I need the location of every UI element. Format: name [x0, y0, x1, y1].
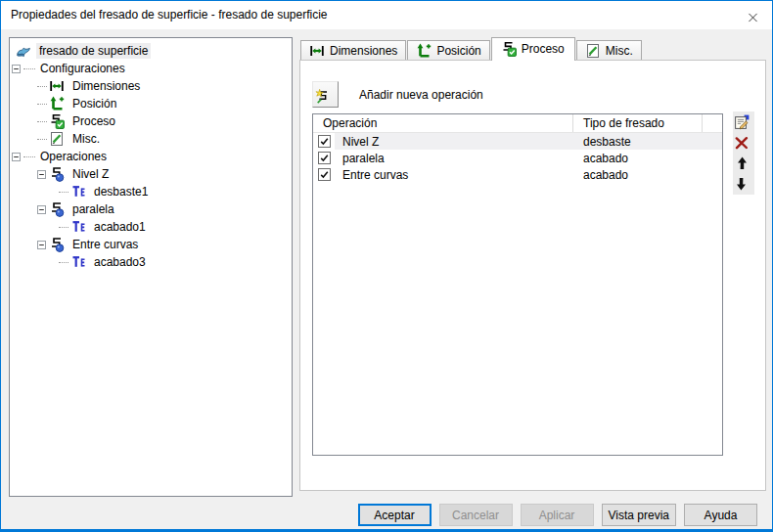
operation-name: paralela	[342, 152, 385, 165]
operation-row[interactable]: paralelaacabado	[313, 150, 722, 166]
setup-tree-panel: fresado de superficieConfiguracionesDime…	[9, 37, 293, 497]
operation-name-cell: Nivel Z	[335, 133, 573, 150]
help-button[interactable]: Ayuda	[684, 504, 757, 526]
operation-icon	[49, 237, 65, 252]
tab-label: Misc.	[606, 44, 633, 58]
tree-connector	[37, 139, 47, 140]
down-icon	[734, 176, 750, 192]
position-icon	[49, 96, 65, 111]
tab-proceso[interactable]: Proceso	[491, 37, 575, 61]
tree-item-acabado1[interactable]: acabado1	[10, 218, 292, 236]
up-icon	[734, 155, 750, 171]
tree-connector	[23, 68, 35, 69]
move-up-button[interactable]	[735, 155, 752, 171]
expander-minus-icon[interactable]	[37, 241, 46, 249]
table-header: OperaciónTipo de fresado	[313, 114, 722, 133]
tab-dimensiones[interactable]: Dimensiones	[300, 40, 406, 60]
row-checkbox[interactable]	[318, 168, 331, 181]
expander-minus-icon[interactable]	[37, 170, 46, 179]
tree-item-label: fresado de superficie	[36, 43, 151, 59]
tree-item-nivel-z[interactable]: Nivel Z	[10, 165, 292, 183]
delete-icon	[734, 135, 750, 151]
edit-operation-button[interactable]	[735, 114, 752, 130]
tree-item-label: acabado3	[91, 254, 149, 270]
operation-name-cell: paralela	[335, 150, 573, 166]
tree-item-desbaste1[interactable]: desbaste1	[10, 183, 292, 200]
operations-table: OperaciónTipo de fresadoNivel Zdesbastep…	[312, 113, 723, 456]
tab-posicion[interactable]: Posición	[407, 40, 489, 60]
accept-button[interactable]: Aceptar	[358, 504, 432, 526]
add-operation-icon	[315, 87, 331, 103]
process-icon	[501, 41, 517, 57]
misc-icon	[585, 43, 601, 59]
operation-icon	[49, 201, 65, 217]
close-button[interactable]	[743, 6, 762, 25]
title-bar[interactable]: Propiedades del fresado de superficie - …	[1, 1, 772, 29]
tool-icon	[70, 219, 86, 235]
tree-item-label: Dimensiones	[69, 78, 143, 94]
tool-icon	[70, 184, 86, 200]
operations-side-toolbar	[733, 111, 754, 195]
expander-minus-icon[interactable]	[12, 65, 21, 73]
process-icon	[49, 113, 65, 129]
delete-operation-button[interactable]	[735, 135, 752, 151]
tree-item-label: Nivel Z	[69, 166, 112, 182]
operation-name: Entre curvas	[342, 168, 408, 182]
tab-strip: DimensionesPosiciónProcesoMisc.	[300, 37, 643, 61]
column-header-label: Tipo de fresado	[583, 116, 664, 130]
tree-item-proceso[interactable]: Proceso	[10, 112, 292, 130]
tree-item-acabado3[interactable]: acabado3	[10, 253, 292, 271]
operation-name: Nivel Z	[342, 135, 379, 149]
checkbox-cell	[313, 150, 335, 166]
expander-minus-icon[interactable]	[37, 205, 46, 214]
row-checkbox[interactable]	[318, 135, 331, 148]
tree-item-dimensiones[interactable]: Dimensiones	[10, 77, 292, 95]
milling-type-cell: acabado	[573, 166, 722, 183]
expander-minus-icon[interactable]	[12, 153, 21, 161]
tree-connector	[59, 192, 68, 193]
close-icon	[747, 10, 759, 22]
move-down-button[interactable]	[735, 176, 752, 192]
milling-type: desbaste	[583, 135, 631, 149]
surface-icon	[16, 43, 31, 59]
tree-item-misc[interactable]: Misc.	[10, 130, 292, 148]
add-operation-button[interactable]	[312, 81, 339, 108]
tree-item-label: acabado1	[91, 219, 149, 235]
tree-connector	[37, 121, 47, 122]
tree-connector	[59, 227, 68, 228]
preview-button[interactable]: Vista previa	[602, 504, 676, 526]
milling-type: acabado	[583, 152, 628, 165]
tree-item-paralela[interactable]: paralela	[10, 200, 292, 218]
tree-item-label: Configuraciones	[37, 61, 128, 76]
operation-row[interactable]: Nivel Zdesbaste	[313, 133, 722, 150]
tree-connector	[23, 156, 35, 157]
tab-misc[interactable]: Misc.	[576, 40, 642, 60]
checkbox-cell	[313, 166, 335, 183]
properties-dialog: Propiedades del fresado de superficie - …	[0, 0, 773, 532]
checkbox-cell	[313, 133, 335, 150]
tree-connector	[37, 104, 47, 105]
apply-button[interactable]: Aplicar	[521, 504, 594, 526]
dialog-title: Propiedades del fresado de superficie - …	[11, 8, 328, 22]
tree-connector	[59, 262, 68, 263]
tree-item-fresado-de-superficie[interactable]: fresado de superficie	[10, 42, 292, 60]
operation-name-cell: Entre curvas	[335, 166, 573, 183]
tree-item-configuraciones[interactable]: Configuraciones	[10, 60, 292, 77]
tab-label: Posición	[436, 44, 480, 58]
tree-item-operaciones[interactable]: Operaciones	[10, 148, 292, 165]
tree-item-label: Posición	[69, 96, 119, 111]
tree-item-posicion[interactable]: Posición	[10, 95, 292, 112]
milling-type-cell: acabado	[573, 150, 722, 166]
operation-row[interactable]: Entre curvasacabado	[313, 166, 722, 183]
tree-item-label: Misc.	[69, 131, 103, 147]
operation-icon	[49, 166, 65, 182]
row-checkbox[interactable]	[318, 152, 331, 164]
dialog-footer: AceptarCancelarAplicarVista previaAyuda	[1, 504, 772, 526]
milling-type-cell: desbaste	[573, 133, 722, 150]
dimensions-icon	[49, 78, 65, 94]
cancel-button[interactable]: Cancelar	[439, 504, 513, 526]
dimensions-icon	[309, 43, 325, 59]
column-header-operacion: Operación	[313, 114, 573, 132]
column-header-label: Operación	[323, 116, 377, 130]
tree-item-entre-curvas[interactable]: Entre curvas	[10, 236, 292, 253]
